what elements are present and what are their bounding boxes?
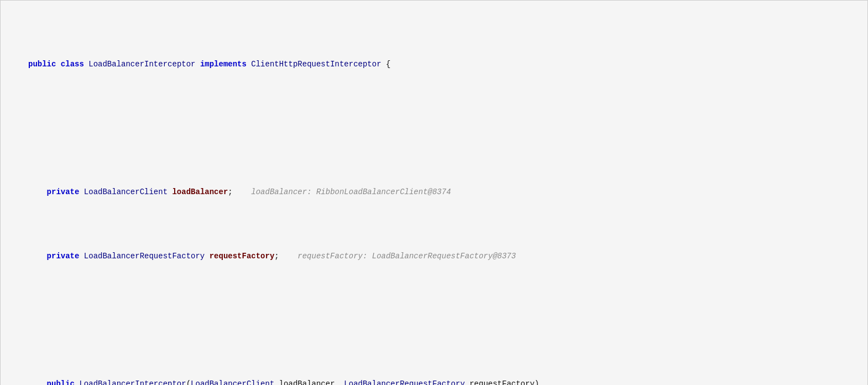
code-line-3: private LoadBalancerRequestFactory reque… — [1, 250, 867, 263]
code-line-blank2 — [1, 314, 867, 326]
code-line-4: public LoadBalancerInterceptor(LoadBalan… — [1, 378, 867, 385]
code-editor-window: public class LoadBalancerInterceptor imp… — [0, 0, 868, 385]
code-line-1: public class LoadBalancerInterceptor imp… — [1, 58, 867, 71]
code-line-blank1 — [1, 122, 867, 135]
code-block: public class LoadBalancerInterceptor imp… — [1, 5, 867, 385]
code-line-2: private LoadBalancerClient loadBalancer;… — [1, 186, 867, 199]
